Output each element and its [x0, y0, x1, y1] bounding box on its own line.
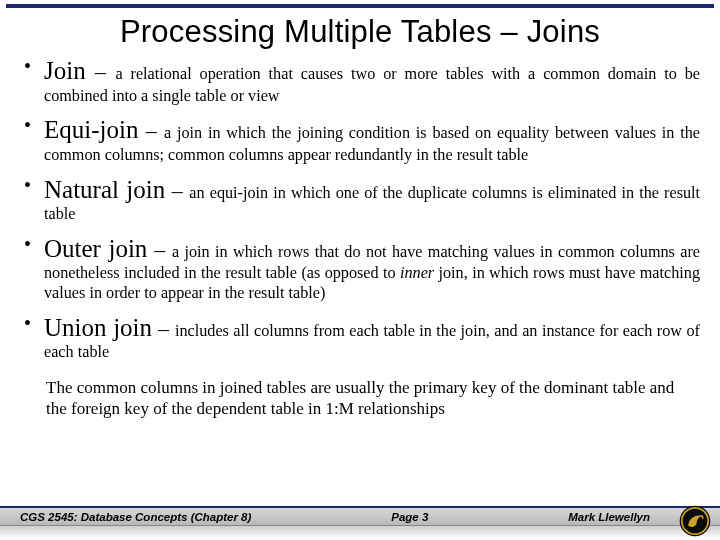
- term-label: Union join: [44, 314, 152, 341]
- footer-gradient: [0, 526, 720, 538]
- footer-course: CGS 2545: Database Concepts (Chapter 8): [20, 511, 251, 523]
- footer-bar: CGS 2545: Database Concepts (Chapter 8) …: [0, 506, 720, 526]
- bullet-outer-join: Outer join – a join in which rows that d…: [18, 234, 700, 304]
- term-dash: –: [165, 178, 189, 203]
- bullet-equi-join: Equi-join – a join in which the joining …: [18, 115, 700, 165]
- bullet-list: Join – a relational operation that cause…: [18, 56, 700, 363]
- term-dash: –: [152, 316, 175, 341]
- slide: Processing Multiple Tables – Joins Join …: [0, 0, 720, 540]
- term-label: Equi-join: [44, 116, 138, 143]
- term-label: Natural join: [44, 176, 165, 203]
- term-label: Outer join: [44, 235, 147, 262]
- footer: CGS 2545: Database Concepts (Chapter 8) …: [0, 506, 720, 540]
- term-label: Join: [44, 57, 86, 84]
- term-def: a relational operation that causes two o…: [44, 65, 700, 105]
- footer-page: Page 3: [391, 511, 428, 523]
- footer-author: Mark Llewellyn: [568, 511, 650, 523]
- term-def-em: inner: [400, 264, 434, 282]
- footnote-text: The common columns in joined tables are …: [18, 372, 700, 419]
- slide-body: Join – a relational operation that cause…: [0, 56, 720, 540]
- slide-title: Processing Multiple Tables – Joins: [0, 8, 720, 56]
- ucf-pegasus-logo-icon: [678, 504, 712, 538]
- term-dash: –: [86, 59, 116, 84]
- bullet-union-join: Union join – includes all columns from e…: [18, 313, 700, 363]
- term-dash: –: [138, 118, 164, 143]
- bullet-join: Join – a relational operation that cause…: [18, 56, 700, 106]
- term-dash: –: [147, 237, 172, 262]
- bullet-natural-join: Natural join – an equi-join in which one…: [18, 175, 700, 225]
